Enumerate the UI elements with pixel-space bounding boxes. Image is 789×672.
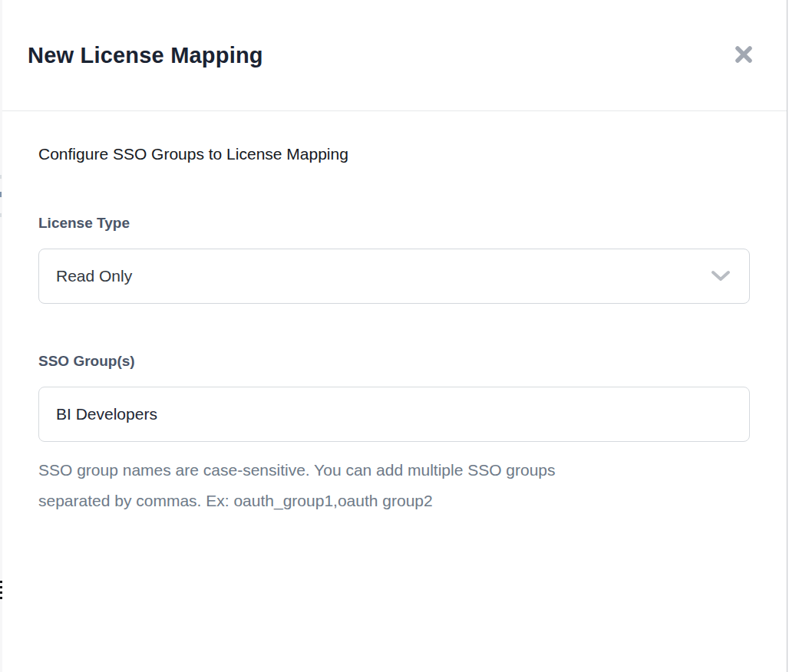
modal-body: Configure SSO Groups to License Mapping …: [2, 143, 787, 516]
sso-groups-help-line1: SSO group names are case-sensitive. You …: [38, 455, 714, 486]
close-icon: [732, 43, 755, 66]
sso-groups-help: SSO group names are case-sensitive. You …: [38, 455, 714, 516]
underlying-page-left-edge: [0, 0, 2, 672]
sso-groups-help-line2: separated by commas. Ex: oauth_group1,oa…: [38, 486, 714, 516]
new-license-mapping-modal: New License Mapping Configure SSO Groups…: [2, 0, 787, 672]
list-icon-fragment: [0, 581, 2, 602]
underlying-content-fragment: [0, 213, 2, 217]
license-type-select[interactable]: Read Only: [38, 249, 750, 304]
sso-groups-label: SSO Group(s): [38, 353, 750, 370]
chevron-down-icon: [711, 270, 731, 282]
screen: New License Mapping Configure SSO Groups…: [0, 0, 789, 672]
modal-title: New License Mapping: [28, 43, 263, 68]
modal-subtitle: Configure SSO Groups to License Mapping: [38, 143, 750, 164]
license-type-selected-value: Read Only: [56, 267, 711, 285]
underlying-content-fragment: [0, 192, 2, 197]
underlying-content-fragment: [0, 175, 2, 179]
modal-header: New License Mapping: [2, 0, 787, 111]
license-type-label: License Type: [38, 215, 750, 232]
sso-groups-input[interactable]: [38, 387, 750, 442]
close-button[interactable]: [731, 42, 756, 67]
